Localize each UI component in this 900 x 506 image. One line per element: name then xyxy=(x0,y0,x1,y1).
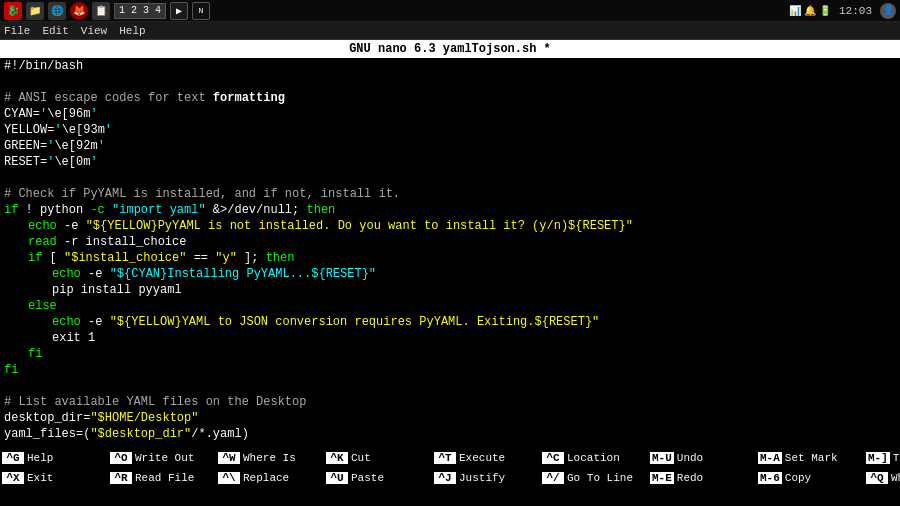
shortcut-label-exit: Exit xyxy=(24,472,53,484)
code-line: yaml_files=("$desktop_dir"/*.yaml) xyxy=(4,426,896,442)
shortcut-label-undo: Undo xyxy=(674,452,703,464)
code-line: pip install pyyaml xyxy=(4,282,896,298)
code-line: exit 1 xyxy=(4,330,896,346)
shortcut-key-readfile: ^R xyxy=(110,472,132,484)
shortcut-label-readfile: Read File xyxy=(132,472,194,484)
shortcut-key-writeout: ^O xyxy=(110,452,132,464)
code-line: else xyxy=(4,298,896,314)
shortcut-execute[interactable]: ^T Execute xyxy=(434,448,542,468)
code-line: echo -e "${CYAN}Installing PyYAML...${RE… xyxy=(4,266,896,282)
code-line: # List available YAML files on the Deskt… xyxy=(4,394,896,410)
terminal-icon[interactable]: ▶ xyxy=(170,2,188,20)
shortcut-undo[interactable]: M-U Undo xyxy=(650,448,758,468)
shortcut-replace[interactable]: ^\ Replace xyxy=(218,468,326,488)
shortcut-key-wherewas: ^Q xyxy=(866,472,888,484)
app-icon-2[interactable]: 📁 xyxy=(26,2,44,20)
shortcut-label-help: Help xyxy=(24,452,53,464)
taskbar-indicators: 📊 🔔 🔋 xyxy=(789,5,831,17)
shortcut-key-replace: ^\ xyxy=(218,472,240,484)
code-line: fi xyxy=(4,346,896,362)
user-icon[interactable]: 👤 xyxy=(880,3,896,19)
shortcut-tobracket[interactable]: M-] To Bracket xyxy=(866,448,900,468)
code-line: fi xyxy=(4,362,896,378)
shortcut-key-help: ^G xyxy=(2,452,24,464)
shortcut-writeout[interactable]: ^O Write Out xyxy=(110,448,218,468)
shortcut-key-justify: ^J xyxy=(434,472,456,484)
code-line: echo -e "${YELLOW}YAML to JSON conversio… xyxy=(4,314,896,330)
code-line: if [ "$install_choice" == "y" ]; then xyxy=(4,250,896,266)
shortcut-cut[interactable]: ^K Cut xyxy=(326,448,434,468)
code-line: echo -e "${YELLOW}PyYAML is not installe… xyxy=(4,218,896,234)
shortcut-bar-2: ^X Exit ^R Read File ^\ Replace ^U Paste… xyxy=(0,468,900,488)
shortcut-key-exit: ^X xyxy=(2,472,24,484)
code-line: YELLOW='\e[93m' xyxy=(4,122,896,138)
shortcut-wherewas[interactable]: ^Q Where Was xyxy=(866,468,900,488)
menu-edit[interactable]: Edit xyxy=(42,25,68,37)
shortcut-key-tobracket: M-] xyxy=(866,452,890,464)
shortcut-label-replace: Replace xyxy=(240,472,289,484)
code-line xyxy=(4,74,896,90)
shortcut-exit[interactable]: ^X Exit xyxy=(2,468,110,488)
code-line xyxy=(4,170,896,186)
nano-icon[interactable]: N xyxy=(192,2,210,20)
shortcut-paste[interactable]: ^U Paste xyxy=(326,468,434,488)
workspace-numbers: 1 2 3 4 xyxy=(114,3,166,19)
shortcut-bar-1: ^G Help ^O Write Out ^W Where Is ^K Cut … xyxy=(0,448,900,468)
shortcut-whereis[interactable]: ^W Where Is xyxy=(218,448,326,468)
shortcut-justify[interactable]: ^J Justify xyxy=(434,468,542,488)
shortcut-key-setmark: M-A xyxy=(758,452,782,464)
shortcut-label-location: Location xyxy=(564,452,620,464)
app-icon-3[interactable]: 🌐 xyxy=(48,2,66,20)
menu-file[interactable]: File xyxy=(4,25,30,37)
app-icon-4[interactable]: 🦊 xyxy=(70,2,88,20)
shortcut-label-cut: Cut xyxy=(348,452,371,464)
shortcut-label-gotoline: Go To Line xyxy=(564,472,633,484)
shortcut-key-paste: ^U xyxy=(326,472,348,484)
menubar: File Edit View Help xyxy=(0,22,900,40)
code-line: #!/bin/bash xyxy=(4,58,896,74)
app-icon-1[interactable]: 🐉 xyxy=(4,2,22,20)
shortcut-label-justify: Justify xyxy=(456,472,505,484)
shortcut-copy[interactable]: M-6 Copy xyxy=(758,468,866,488)
app-icon-5[interactable]: 📋 xyxy=(92,2,110,20)
code-line: read -r install_choice xyxy=(4,234,896,250)
code-line: # Check if PyYAML is installed, and if n… xyxy=(4,186,896,202)
shortcut-label-setmark: Set Mark xyxy=(782,452,838,464)
shortcut-label-redo: Redo xyxy=(674,472,703,484)
code-line: GREEN='\e[92m' xyxy=(4,138,896,154)
shortcut-key-cut: ^K xyxy=(326,452,348,464)
menu-help[interactable]: Help xyxy=(119,25,145,37)
code-line: CYAN='\e[96m' xyxy=(4,106,896,122)
clock: 12:03 xyxy=(839,5,872,17)
shortcut-redo[interactable]: M-E Redo xyxy=(650,468,758,488)
shortcut-label-paste: Paste xyxy=(348,472,384,484)
shortcut-readfile[interactable]: ^R Read File xyxy=(110,468,218,488)
code-line xyxy=(4,378,896,394)
shortcut-key-copy: M-6 xyxy=(758,472,782,484)
shortcut-key-undo: M-U xyxy=(650,452,674,464)
shortcut-label-tobracket: To Bracket xyxy=(890,452,900,464)
shortcut-label-whereis: Where Is xyxy=(240,452,296,464)
menu-view[interactable]: View xyxy=(81,25,107,37)
shortcut-key-gotoline: ^/ xyxy=(542,472,564,484)
code-line: desktop_dir="$HOME/Desktop" xyxy=(4,410,896,426)
shortcut-key-redo: M-E xyxy=(650,472,674,484)
shortcut-label-copy: Copy xyxy=(782,472,811,484)
shortcut-setmark[interactable]: M-A Set Mark xyxy=(758,448,866,468)
shortcut-label-writeout: Write Out xyxy=(132,452,194,464)
shortcut-key-whereis: ^W xyxy=(218,452,240,464)
shortcut-label-wherewas: Where Was xyxy=(888,472,900,484)
code-line: # ANSI escape codes for text formatting xyxy=(4,90,896,106)
shortcut-gotoline[interactable]: ^/ Go To Line xyxy=(542,468,650,488)
shortcut-location[interactable]: ^C Location xyxy=(542,448,650,468)
code-line: RESET='\e[0m' xyxy=(4,154,896,170)
shortcut-key-execute: ^T xyxy=(434,452,456,464)
taskbar: 🐉 📁 🌐 🦊 📋 1 2 3 4 ▶ N 📊 🔔 🔋 12:03 👤 xyxy=(0,0,900,22)
editor-area[interactable]: #!/bin/bash # ANSI escape codes for text… xyxy=(0,58,900,444)
code-line: if ! python -c "import yaml" &>/dev/null… xyxy=(4,202,896,218)
shortcut-help[interactable]: ^G Help xyxy=(2,448,110,468)
shortcut-key-location: ^C xyxy=(542,452,564,464)
shortcut-label-execute: Execute xyxy=(456,452,505,464)
nano-status-top: GNU nano 6.3 yamlTojson.sh * xyxy=(0,40,900,58)
